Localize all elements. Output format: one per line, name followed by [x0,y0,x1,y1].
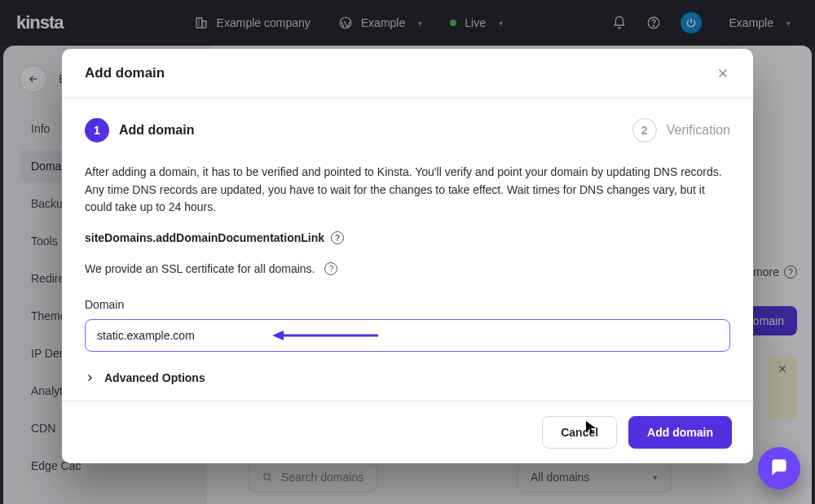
step-1-label: Add domain [119,123,194,138]
step-1-circle: 1 [85,118,109,142]
documentation-link[interactable]: siteDomains.addDomainDocumentationLink ? [85,231,730,244]
modal-body: 1 Add domain 2 Verification After adding… [62,99,753,401]
documentation-link-label: siteDomains.addDomainDocumentationLink [85,231,324,244]
chat-icon [769,458,790,479]
domain-input-wrap [85,319,730,352]
close-modal-button[interactable] [716,66,730,81]
cursor-icon [585,420,597,435]
info-icon[interactable]: ? [331,231,344,244]
step-2: 2 Verification [632,118,730,142]
modal-instructions: After adding a domain, it has to be veri… [85,164,730,217]
advanced-options-label: Advanced Options [104,371,205,384]
add-domain-submit-button[interactable]: Add domain [628,416,732,449]
modal-title: Add domain [85,65,165,81]
stepper: 1 Add domain 2 Verification [85,118,730,142]
cancel-button[interactable]: Cancel [542,416,617,449]
domain-field-label: Domain [85,298,730,311]
ssl-note-text: We provide an SSL certificate for all do… [85,262,315,275]
step-1: 1 Add domain [85,118,194,142]
advanced-options-toggle[interactable]: Advanced Options [85,371,730,384]
modal-footer: Cancel Add domain [62,401,753,463]
info-icon[interactable]: ? [324,262,337,275]
modal-header: Add domain [62,49,753,99]
ssl-note: We provide an SSL certificate for all do… [85,262,730,275]
chevron-right-icon [85,373,95,383]
chat-launcher[interactable] [758,447,800,489]
step-2-label: Verification [667,123,730,138]
step-2-circle: 2 [632,118,657,142]
add-domain-modal: Add domain 1 Add domain 2 Verification A… [62,49,753,463]
modal-overlay: Add domain 1 Add domain 2 Verification A… [0,0,815,504]
domain-input[interactable] [85,319,730,352]
